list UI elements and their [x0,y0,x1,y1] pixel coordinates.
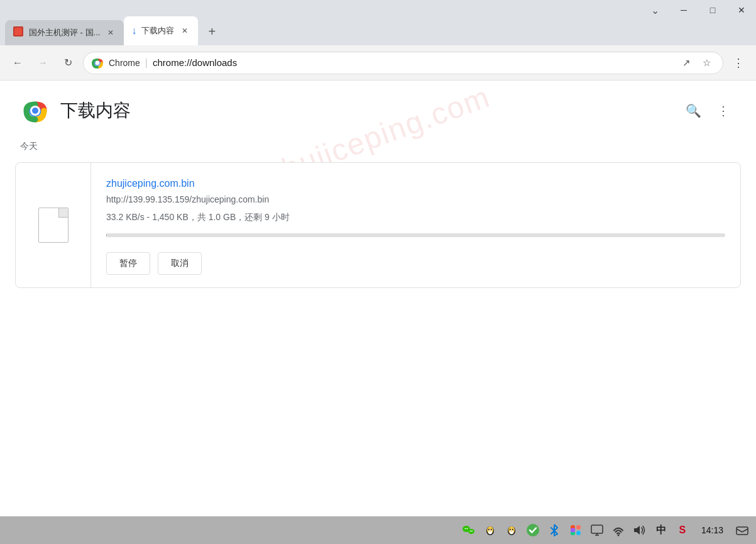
chrome-label: Chrome [109,58,140,68]
svg-point-28 [510,531,512,531]
svg-point-12 [471,531,473,532]
downloads-header: 下载内容 🔍 ⋮ [0,80,756,136]
page-title: 下载内容 [60,99,131,123]
taskbar-right: 中 S 14:13 [460,521,751,539]
search-button[interactable]: 🔍 [681,98,706,123]
svg-point-6 [32,108,38,114]
section-today-label: 今天 [0,136,756,157]
progress-bar-fill [106,233,107,237]
figma-icon[interactable] [567,521,584,539]
chrome-icon [91,57,104,69]
taskbar: 中 S 14:13 [0,516,756,544]
title-bar: 国外主机测评 - 国... ✕ ↓ 下载内容 ✕ + ⌄ ─ □ ✕ [0,0,756,45]
check-icon[interactable] [524,521,542,539]
pause-button[interactable]: 暂停 [106,252,150,275]
svg-point-10 [466,528,468,530]
address-actions: ↗ ☆ [677,54,715,72]
svg-point-19 [491,529,492,530]
navigation-bar: ← → ↻ Chrome | chrome://downloads ↗ ☆ ⋮ [0,45,756,80]
svg-point-29 [527,524,539,536]
download-progress-info: 33.2 KB/s - 1,450 KB，共 1.0 GB，还剩 9 小时 [106,212,725,223]
svg-rect-1 [14,28,22,35]
svg-point-20 [489,531,491,531]
svg-point-38 [617,535,619,536]
svg-point-26 [510,529,511,530]
svg-point-9 [464,528,466,530]
svg-point-18 [489,529,490,530]
svg-point-15 [488,530,492,535]
tab2-favicon: ↓ [131,25,136,36]
lang-icon[interactable]: 中 [652,521,670,539]
svg-rect-31 [576,525,581,530]
tab2-close-btn[interactable]: ✕ [179,25,190,36]
close-button[interactable]: ✕ [727,0,756,20]
notification-icon[interactable] [733,521,751,539]
svg-point-8 [468,529,474,534]
svg-point-33 [576,531,581,535]
tab-1[interactable]: 国外主机测评 - 国... ✕ [5,20,124,45]
forward-button[interactable]: → [33,53,53,73]
svg-point-23 [510,530,513,535]
maximize-button[interactable]: □ [698,0,727,20]
download-item: zhujiceping.com.bin http://139.99.135.15… [15,162,741,288]
volume-icon[interactable] [631,521,649,539]
tab1-title: 国外主机测评 - 国... [29,27,100,38]
new-tab-button[interactable]: + [200,20,223,43]
more-options-button[interactable]: ⋮ [711,98,736,123]
clock: 14:13 [696,525,728,535]
svg-point-27 [513,529,513,530]
browser-menu-button[interactable]: ⋮ [728,53,748,73]
downloads-title-row: 下载内容 [20,96,131,126]
progress-bar-container [106,233,725,237]
chrome-logo [20,96,50,126]
header-actions: 🔍 ⋮ [681,98,736,123]
tab1-favicon [13,26,24,40]
svg-rect-34 [571,528,575,533]
download-details: zhujiceping.com.bin http://139.99.135.15… [91,163,740,287]
svg-point-3 [96,60,100,65]
download-actions: 暂停 取消 [106,252,725,275]
minimize-button[interactable]: ─ [669,0,698,20]
qq1-icon[interactable] [481,521,499,539]
cancel-button[interactable]: 取消 [158,252,202,275]
sogou-icon[interactable]: S [674,521,691,539]
bookmark-button[interactable]: ☆ [698,54,715,72]
tray-icons: 中 S [460,521,691,539]
tab2-title: 下载内容 [141,25,174,36]
svg-marker-39 [634,526,640,535]
share-button[interactable]: ↗ [677,54,695,72]
address-bar[interactable]: Chrome | chrome://downloads ↗ ☆ [83,52,723,74]
address-url[interactable]: chrome://downloads [153,57,672,68]
svg-rect-40 [737,527,748,535]
download-filename[interactable]: zhujiceping.com.bin [106,178,725,189]
page-content: zhujiceping.com 下载内容 🔍 ⋮ 今天 zhujice [0,80,756,516]
file-icon [38,208,68,243]
svg-rect-35 [591,525,603,533]
bluetooth-icon[interactable] [545,521,563,539]
wechat-icon[interactable] [460,521,478,539]
reload-button[interactable]: ↻ [58,53,78,73]
tab1-close-btn[interactable]: ✕ [105,27,116,38]
tab-expand-btn[interactable]: ⌄ [640,0,669,20]
monitor-icon[interactable] [588,521,606,539]
tab-2[interactable]: ↓ 下载内容 ✕ [124,16,198,45]
wifi-icon[interactable] [610,521,627,539]
address-separator: | [145,57,148,69]
qq2-icon[interactable] [503,521,520,539]
window-controls: ⌄ ─ □ ✕ [640,0,756,20]
download-url: http://139.99.135.159/zhujiceping.com.bi… [106,194,725,204]
back-button[interactable]: ← [8,53,28,73]
svg-point-11 [470,531,471,532]
download-file-icon-area [16,163,91,287]
